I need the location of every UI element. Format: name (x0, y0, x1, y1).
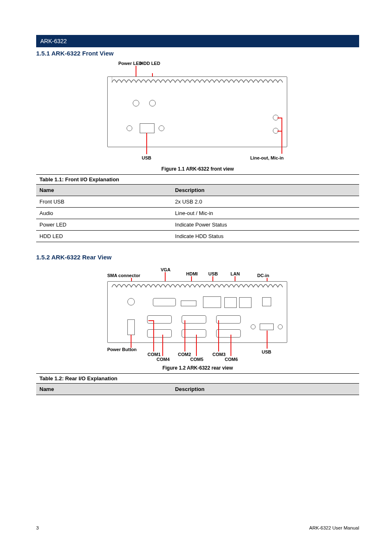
cell: 2x USB 2.0 (172, 196, 359, 208)
cell: Audio (36, 208, 172, 219)
label-com2: COM2 (178, 352, 191, 357)
cell: Indicate Power Status (172, 219, 359, 231)
label-com1: COM1 (148, 352, 161, 357)
section-1-title: 1.5.1 ARK-6322 Front View (36, 50, 359, 57)
label-hdd-led: HDD LED (140, 61, 160, 66)
leader-line (184, 320, 185, 352)
label-power-button: Power Button (107, 347, 137, 352)
label-sma: SMA connector (107, 273, 140, 278)
cell: Indicate HDD Status (172, 231, 359, 242)
front-usb-port (140, 123, 154, 133)
label-com3: COM3 (212, 352, 226, 357)
rear-usb-stack (203, 296, 221, 308)
hdd-led-indicator (149, 100, 156, 106)
leader-line (277, 131, 282, 132)
label-power-led: Power LED (118, 61, 142, 66)
leader-line (196, 335, 197, 356)
page-footer: 3 ARK-6322 User Manual (36, 525, 359, 530)
hdmi-port (181, 301, 196, 306)
cell: HDD LED (36, 231, 172, 242)
com2-port (182, 315, 206, 324)
chassis-rear (107, 281, 287, 343)
label-usb-rear-top: USB (208, 271, 218, 276)
leader-line (153, 320, 154, 352)
product-banner: ARK-6322 (36, 35, 359, 47)
label-lan: LAN (231, 271, 240, 276)
label-com6: COM6 (225, 357, 238, 362)
section-2-title: 1.5.2 ARK-6322 Rear View (36, 254, 359, 261)
leader-line (131, 335, 131, 348)
sma-connector (127, 298, 135, 305)
power-button (127, 319, 135, 335)
label-usb-front: USB (142, 155, 151, 160)
lan-port-2 (239, 297, 251, 308)
col-name: Name (36, 185, 172, 196)
leader-line (267, 331, 267, 349)
rear-usb-single (260, 324, 274, 330)
col-desc: Description (172, 185, 359, 196)
label-com4: COM4 (157, 357, 170, 362)
label-usb-rear-bottom: USB (262, 349, 271, 354)
label-hdmi: HDMI (186, 271, 198, 276)
rear-view-diagram: SMA connector VGA HDMI USB LAN DC-in (107, 265, 288, 362)
figure-2-caption: Figure 1.2 ARK-6322 rear view (36, 365, 359, 371)
figure-1-caption: Figure 1.1 ARK-6322 front view (36, 166, 359, 172)
screw (127, 125, 132, 131)
table-row: AudioLine-out / Mic-in (36, 208, 359, 219)
leader-line (146, 133, 147, 154)
label-dcin: DC-in (257, 273, 269, 278)
cell: Power LED (36, 219, 172, 231)
label-lineout-micin: Line-out, Mic-in (250, 155, 284, 160)
leader-line (218, 320, 219, 352)
dc-in-jack (262, 297, 271, 306)
heatsink-fins (112, 77, 283, 83)
com6-port (216, 329, 241, 338)
com4-port (147, 329, 172, 338)
leader-line (277, 118, 282, 118)
table-row: HDD LEDIndicate HDD Status (36, 231, 359, 242)
cell: Line-out / Mic-in (172, 208, 359, 219)
screw (278, 324, 283, 329)
page-number: 3 (36, 525, 39, 530)
cell: Front USB (36, 196, 172, 208)
screw (159, 125, 164, 131)
leader-line (162, 335, 163, 356)
lan-port-1 (224, 297, 237, 308)
table-row: Front USB2x USB 2.0 (36, 196, 359, 208)
com1-port (147, 315, 172, 324)
power-led-indicator (133, 100, 139, 106)
label-vga: VGA (161, 267, 171, 272)
table-1-caption: Table 1.1: Front I/O Explanation (36, 174, 359, 184)
leader-line (281, 118, 282, 154)
label-com5: COM5 (190, 357, 203, 362)
col-desc: Description (172, 384, 359, 395)
table-2-caption: Table 1.2: Rear I/O Explanation (36, 373, 359, 383)
leader-line (148, 320, 154, 321)
chassis-front (107, 76, 287, 147)
rear-io-table: Name Description (36, 383, 359, 395)
product-name: ARK-6322 (40, 38, 67, 44)
front-io-table: Name Description Front USB2x USB 2.0 Aud… (36, 184, 359, 242)
col-name: Name (36, 384, 172, 395)
com5-port (182, 329, 206, 338)
com3-port (216, 315, 241, 324)
heatsink-fins (112, 282, 283, 287)
screw (251, 324, 256, 329)
footer-doc-title: ARK-6322 User Manual (309, 525, 359, 530)
leader-line (231, 335, 231, 356)
table-row: Power LEDIndicate Power Status (36, 219, 359, 231)
vga-port (153, 298, 176, 306)
front-view-diagram: Power LED HDD LED (107, 61, 288, 163)
